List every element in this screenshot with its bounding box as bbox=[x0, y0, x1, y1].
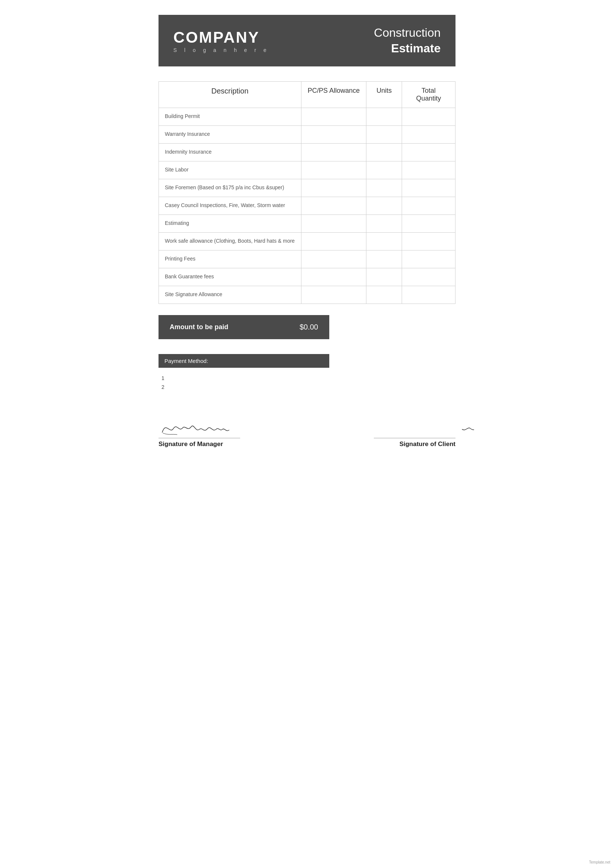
row-3-total bbox=[402, 161, 456, 179]
row-1-description: Warranty Insurance bbox=[159, 126, 301, 144]
table-row: Building Permit bbox=[159, 108, 456, 126]
table-row: Bank Guarantee fees bbox=[159, 268, 456, 286]
row-9-description: Bank Guarantee fees bbox=[159, 268, 301, 286]
payment-header: Payment Method: bbox=[158, 354, 329, 368]
payment-line-1: 1 bbox=[158, 374, 456, 383]
signatures-section: Signature of Manager Signature of Client bbox=[158, 414, 456, 448]
document-header: COMPANY S l o g a n h e r e Construction… bbox=[158, 15, 456, 67]
row-8-units bbox=[366, 251, 402, 268]
manager-signature-block: Signature of Manager bbox=[158, 414, 240, 448]
row-2-allowance bbox=[301, 144, 366, 161]
row-0-units bbox=[366, 108, 402, 126]
row-9-total bbox=[402, 268, 456, 286]
row-5-description: Casey Council Inspections, Fire, Water, … bbox=[159, 197, 301, 215]
row-6-total bbox=[402, 215, 456, 232]
row-2-description: Indemnity Insurance bbox=[159, 144, 301, 161]
row-4-units bbox=[366, 179, 402, 197]
row-3-allowance bbox=[301, 161, 366, 179]
row-4-description: Site Foremen (Based on $175 p/a inc Cbus… bbox=[159, 179, 301, 197]
row-10-total bbox=[402, 286, 456, 304]
payment-line-2: 2 bbox=[158, 383, 456, 392]
table-row: Casey Council Inspections, Fire, Water, … bbox=[159, 197, 456, 215]
row-9-units bbox=[366, 268, 402, 286]
row-4-allowance bbox=[301, 179, 366, 197]
company-name: COMPANY bbox=[174, 29, 270, 46]
col-header-units: Units bbox=[366, 82, 402, 108]
row-5-allowance bbox=[301, 197, 366, 215]
row-0-total bbox=[402, 108, 456, 126]
col-header-description: Description bbox=[159, 82, 301, 108]
table-row: Site Foremen (Based on $175 p/a inc Cbus… bbox=[159, 179, 456, 197]
row-7-units bbox=[366, 232, 402, 251]
row-7-total bbox=[402, 232, 456, 251]
amount-value: $0.00 bbox=[299, 323, 318, 332]
row-10-allowance bbox=[301, 286, 366, 304]
manager-signature-image bbox=[158, 414, 240, 438]
doc-title: Construction bbox=[374, 25, 440, 41]
row-1-units bbox=[366, 126, 402, 144]
row-8-allowance bbox=[301, 251, 366, 268]
table-row: Warranty Insurance bbox=[159, 126, 456, 144]
row-8-total bbox=[402, 251, 456, 268]
row-2-units bbox=[366, 144, 402, 161]
row-3-units bbox=[366, 161, 402, 179]
col-header-allowance: PC/PS Allowance bbox=[301, 82, 366, 108]
company-block: COMPANY S l o g a n h e r e bbox=[174, 29, 270, 53]
table-row: Estimating bbox=[159, 215, 456, 232]
table-row: Indemnity Insurance bbox=[159, 144, 456, 161]
client-signature-image bbox=[456, 414, 474, 438]
row-4-total bbox=[402, 179, 456, 197]
row-5-total bbox=[402, 197, 456, 215]
row-1-allowance bbox=[301, 126, 366, 144]
doc-title-block: Construction Estimate bbox=[374, 25, 440, 56]
row-6-units bbox=[366, 215, 402, 232]
row-8-description: Printing Fees bbox=[159, 251, 301, 268]
row-0-allowance bbox=[301, 108, 366, 126]
row-0-description: Building Permit bbox=[159, 108, 301, 126]
row-5-units bbox=[366, 197, 402, 215]
manager-signature-label: Signature of Manager bbox=[158, 438, 240, 448]
row-7-description: Work safe allowance (Clothing, Boots, Ha… bbox=[159, 232, 301, 251]
client-signature-label: Signature of Client bbox=[374, 438, 456, 448]
row-9-allowance bbox=[301, 268, 366, 286]
row-10-description: Site Signature Allowance bbox=[159, 286, 301, 304]
row-6-allowance bbox=[301, 215, 366, 232]
row-10-units bbox=[366, 286, 402, 304]
row-3-description: Site Labor bbox=[159, 161, 301, 179]
company-slogan: S l o g a n h e r e bbox=[174, 47, 270, 53]
table-header-row: Description PC/PS Allowance Units TotalQ… bbox=[159, 82, 456, 108]
col-header-total: TotalQuantity bbox=[402, 82, 456, 108]
estimate-table: Description PC/PS Allowance Units TotalQ… bbox=[158, 81, 456, 304]
row-2-total bbox=[402, 144, 456, 161]
row-7-allowance bbox=[301, 232, 366, 251]
doc-subtitle: Estimate bbox=[374, 41, 440, 56]
row-6-description: Estimating bbox=[159, 215, 301, 232]
client-signature-block: Signature of Client bbox=[374, 414, 456, 448]
row-1-total bbox=[402, 126, 456, 144]
table-row: Site Labor bbox=[159, 161, 456, 179]
table-row: Site Signature Allowance bbox=[159, 286, 456, 304]
amount-block: Amount to be paid $0.00 bbox=[158, 315, 329, 339]
table-row: Work safe allowance (Clothing, Boots, Ha… bbox=[159, 232, 456, 251]
amount-label: Amount to be paid bbox=[170, 322, 292, 332]
payment-block: Payment Method: 1 2 bbox=[158, 354, 456, 392]
table-row: Printing Fees bbox=[159, 251, 456, 268]
